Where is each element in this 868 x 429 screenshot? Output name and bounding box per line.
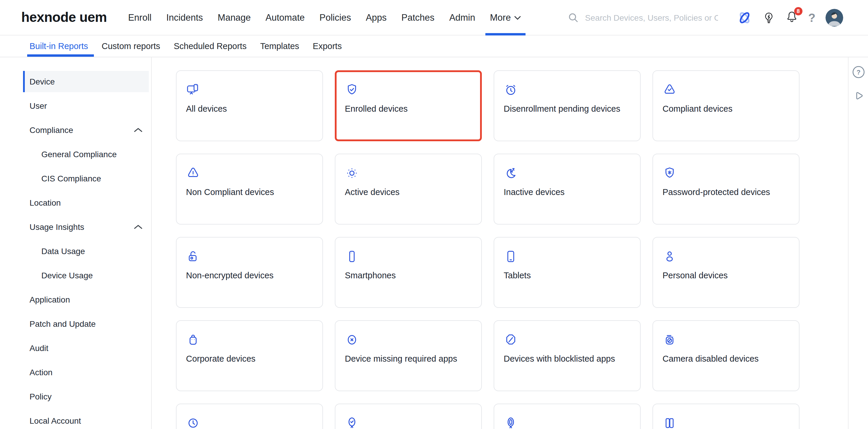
report-card[interactable] — [335, 404, 482, 429]
report-card-label: Personal devices — [662, 270, 789, 280]
global-search[interactable] — [568, 12, 719, 23]
sidebar-item[interactable]: Patch and Update — [23, 313, 149, 335]
sun-dots-icon — [345, 166, 359, 180]
tab[interactable]: Templates — [260, 35, 299, 57]
nav-item-label: Patches — [402, 12, 435, 23]
report-card-label: Device missing required apps — [345, 354, 472, 364]
top-navigation: hexnode uem Enroll Incidents Manage Auto… — [0, 0, 868, 35]
notifications-bell[interactable]: 8 — [785, 10, 798, 25]
lock-open-icon — [186, 249, 200, 263]
help-icon[interactable]: ? — [808, 11, 815, 23]
sidebar-item[interactable]: Local Account — [23, 410, 149, 429]
nav-item[interactable]: Manage — [218, 0, 251, 35]
person-icon — [662, 249, 677, 263]
help-rail: ? — [848, 57, 868, 429]
whats-new-bulb-icon[interactable] — [762, 11, 775, 24]
sidebar-item[interactable]: Device Usage — [23, 265, 149, 286]
desktop-mobile-icon — [186, 83, 200, 97]
report-card[interactable]: Compliant devices — [652, 70, 800, 141]
report-card[interactable] — [494, 404, 641, 429]
sidebar-item-label: Application — [30, 295, 70, 304]
pin-check-icon — [345, 416, 359, 429]
nav-item-label: Automate — [266, 12, 305, 23]
app-window: hexnode uem Enroll Incidents Manage Auto… — [0, 0, 868, 429]
report-card[interactable]: Personal devices — [652, 237, 800, 308]
octagon-slash-icon — [504, 333, 518, 347]
sidebar-item[interactable]: Application — [23, 289, 149, 310]
search-input[interactable] — [584, 12, 719, 23]
report-card-label: Corporate devices — [186, 354, 313, 364]
dual-device-icon — [662, 416, 677, 429]
report-card[interactable]: Non-encrypted devices — [176, 237, 323, 308]
nav-item[interactable]: Incidents — [166, 0, 203, 35]
sidebar-item[interactable]: Policy — [23, 386, 149, 407]
nav-item[interactable]: Apps — [366, 0, 387, 35]
report-cards-panel: All devices Enrolled devices Disenrollme… — [152, 57, 848, 429]
notification-count-badge: 8 — [794, 7, 802, 15]
sidebar-item[interactable]: Data Usage — [23, 240, 149, 262]
report-card[interactable]: Inactive devices — [494, 154, 641, 225]
camera-off-icon — [662, 333, 677, 347]
report-card-label: Disenrollment pending devices — [504, 104, 631, 113]
report-card[interactable] — [652, 404, 800, 429]
report-card[interactable]: Disenrollment pending devices — [494, 70, 641, 141]
sidebar-item[interactable]: Compliance — [23, 119, 149, 141]
report-card-label: Active devices — [345, 187, 472, 197]
sidebar-item[interactable]: Device — [23, 71, 149, 92]
report-card[interactable]: Device missing required apps — [335, 320, 482, 391]
shield-check-icon — [345, 83, 359, 97]
nav-item[interactable]: More — [490, 0, 521, 35]
report-card[interactable] — [176, 404, 323, 429]
report-card[interactable]: Corporate devices — [176, 320, 323, 391]
report-card-label: Non Compliant devices — [186, 187, 313, 197]
nav-item-label: Manage — [218, 12, 251, 23]
nav-item[interactable]: Enroll — [128, 0, 151, 35]
moon-zz-icon — [504, 166, 518, 180]
nav-item[interactable]: Patches — [402, 0, 435, 35]
report-card[interactable]: Active devices — [335, 154, 482, 225]
search-icon — [568, 12, 579, 23]
hexnode-genie-icon[interactable] — [737, 10, 752, 25]
tab[interactable]: Built-in Reports — [30, 35, 88, 57]
top-icon-group: 8 ? — [737, 8, 843, 26]
report-card[interactable]: Devices with blocklisted apps — [494, 320, 641, 391]
sidebar-item[interactable]: Usage Insights — [23, 216, 149, 237]
sidebar-item[interactable]: General Compliance — [23, 144, 149, 165]
sidebar-item-label: User — [30, 101, 47, 111]
tab[interactable]: Scheduled Reports — [174, 35, 247, 57]
contextual-help-icon[interactable]: ? — [852, 65, 865, 79]
tab[interactable]: Exports — [313, 35, 342, 57]
report-card[interactable]: All devices — [176, 70, 323, 141]
report-card-grid: All devices Enrolled devices Disenrollme… — [176, 70, 848, 429]
report-card-label: All devices — [186, 104, 313, 113]
report-card[interactable]: Non Compliant devices — [176, 154, 323, 225]
sidebar-item-label: Data Usage — [41, 247, 85, 256]
report-card[interactable]: Password-protected devices — [652, 154, 800, 225]
alarm-clock-icon — [504, 83, 518, 97]
nav-item[interactable]: Policies — [319, 0, 351, 35]
report-card-label: Tablets — [504, 270, 631, 280]
sidebar-item[interactable]: Audit — [23, 337, 149, 359]
sidebar-item[interactable]: User — [23, 95, 149, 116]
tab-label: Scheduled Reports — [174, 41, 247, 51]
sidebar-item-label: CIS Compliance — [41, 174, 101, 183]
report-card[interactable]: Camera disabled devices — [652, 320, 800, 391]
report-card[interactable]: Smartphones — [335, 237, 482, 308]
sidebar-item[interactable]: Location — [23, 192, 149, 213]
user-avatar[interactable] — [826, 8, 843, 26]
sidebar-item-label: Audit — [30, 343, 49, 353]
report-card[interactable]: Enrolled devices — [335, 70, 482, 141]
nav-item[interactable]: Automate — [266, 0, 305, 35]
nav-item[interactable]: Admin — [450, 0, 475, 35]
sidebar-item[interactable]: Action — [23, 362, 149, 383]
shield-asterisk-icon — [662, 166, 677, 180]
active-tab-underline — [27, 54, 94, 57]
guided-tour-play-icon[interactable] — [852, 89, 865, 102]
sidebar-item[interactable]: CIS Compliance — [23, 168, 149, 189]
report-card[interactable]: Tablets — [494, 237, 641, 308]
nav-item-label: Apps — [366, 12, 387, 23]
svg-text:?: ? — [856, 68, 860, 76]
nav-item-label: More — [490, 12, 511, 23]
tab[interactable]: Custom reports — [101, 35, 160, 57]
hexnode-logo[interactable]: hexnode uem — [21, 9, 107, 25]
